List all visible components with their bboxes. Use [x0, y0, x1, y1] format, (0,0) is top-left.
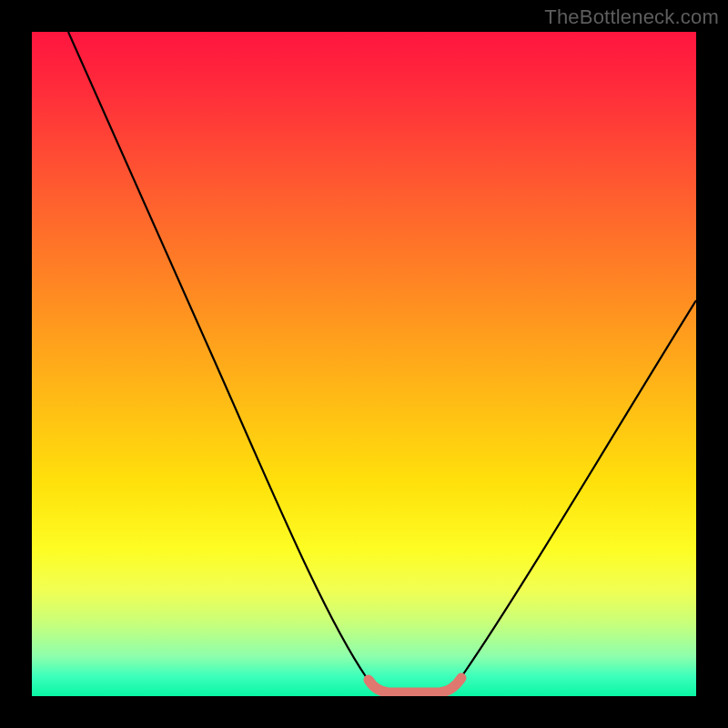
bottleneck-curve-path — [68, 32, 696, 693]
chart-frame: TheBottleneck.com — [0, 0, 728, 728]
attribution-text: TheBottleneck.com — [544, 5, 719, 29]
chart-svg — [32, 32, 696, 696]
optimal-zone-path — [369, 678, 461, 693]
plot-area — [32, 32, 696, 696]
